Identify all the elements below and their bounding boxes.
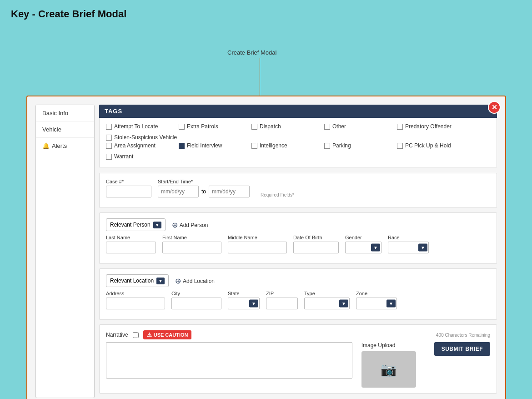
narrative-checkbox[interactable] [133,332,139,338]
zip-input[interactable] [266,298,298,309]
address-label: Address [106,291,165,296]
tag-attempt-to-locate[interactable]: Attempt To Locate [106,123,179,130]
first-name-input[interactable] [162,242,221,253]
last-name-group: Last Name [106,235,156,253]
sidebar-item-alerts[interactable]: 🔔 Alerts [36,138,94,154]
type-select[interactable] [304,298,350,309]
zone-label: Zone [356,291,397,296]
relevant-location-dropdown[interactable]: Relevant Location ▼ [106,274,169,287]
tag-pc-pick-up-hold[interactable]: PC Pick Up & Hold [397,142,470,149]
tags-header: TAGS [99,105,497,118]
add-person-button[interactable]: ⊕ Add Person [172,219,208,231]
submit-brief-button[interactable]: SUBMIT BRIEF [434,342,490,356]
submit-area: SUBMIT BRIEF [434,342,490,356]
case-time-section: Case #* Start/End Time* to Required Fiel… [99,173,497,208]
annotation-label: Create Brief Modal [227,49,276,56]
gender-group: Gender ▼ [345,235,381,253]
middle-name-group: Middle Name [228,235,287,253]
tag-checkbox-other[interactable] [324,124,330,130]
state-label: State [228,291,260,296]
start-time-input[interactable] [158,186,199,197]
middle-name-input[interactable] [228,242,287,253]
address-input[interactable] [106,298,165,309]
tag-checkbox-parking[interactable] [324,143,330,149]
use-caution-button[interactable]: ⚠ USE CAUTION [143,330,192,339]
tag-checkbox-pc-pick-up-hold[interactable] [397,143,403,149]
tag-predatory-offender[interactable]: Predatory Offender [397,123,470,130]
camera-icon: 📷 [381,362,396,377]
tags-section: TAGS Attempt To Locate Extra Patrols [99,105,497,167]
bell-icon: 🔔 [42,142,50,149]
state-select-wrap: ▼ [228,298,260,309]
image-upload-placeholder[interactable]: 📷 [361,351,416,388]
race-group: Race ▼ [388,235,429,253]
race-select[interactable] [388,242,429,253]
start-time-label: Start/End Time* [158,179,250,184]
tag-other[interactable]: Other [324,123,397,130]
city-group: City [171,291,221,309]
gender-select[interactable] [345,242,381,253]
image-upload-col: Image Upload 📷 [361,342,425,388]
caution-icon: ⚠ [147,332,152,338]
tag-extra-patrols[interactable]: Extra Patrols [179,123,251,130]
tag-checkbox-extra-patrols[interactable] [179,124,185,130]
narrative-textarea[interactable] [106,342,352,379]
type-label: Type [304,291,350,296]
case-number-label: Case #* [106,179,151,184]
type-group: Type ▼ [304,291,350,309]
tag-checkbox-field-interview[interactable] [179,143,185,149]
close-button[interactable]: ✕ [488,101,501,114]
type-select-wrap: ▼ [304,298,350,309]
annotation-line [260,58,260,96]
dob-input[interactable] [293,242,339,253]
tag-checkbox-area-assignment[interactable] [106,143,112,149]
end-time-input[interactable] [209,186,250,197]
first-name-label: First Name [162,235,221,240]
tag-field-interview[interactable]: Field Interview [179,142,251,149]
tag-warrant[interactable]: Warrant [106,153,179,160]
tag-stolen-suspicious-vehicle[interactable]: Stolen-Suspicious Vehicle [106,134,179,141]
tag-checkbox-attempt-to-locate[interactable] [106,124,112,130]
main-content: TAGS Attempt To Locate Extra Patrols [99,105,497,398]
tag-checkbox-dispatch[interactable] [251,124,257,130]
add-location-icon: ⊕ [175,278,181,285]
sidebar-item-basic-info[interactable]: Basic Info [36,105,94,121]
address-group: Address [106,291,165,309]
location-section: Relevant Location ▼ ⊕ Add Location Addre… [99,268,497,320]
city-label: City [171,291,221,296]
add-location-button[interactable]: ⊕ Add Location [175,275,215,287]
tag-dispatch[interactable]: Dispatch [251,123,324,130]
gender-label: Gender [345,235,381,240]
first-name-group: First Name [162,235,221,253]
gender-select-wrap: ▼ [345,242,381,253]
race-label: Race [388,235,429,240]
middle-name-label: Middle Name [228,235,287,240]
case-number-group: Case #* [106,179,151,197]
narrative-col [106,342,352,380]
tag-checkbox-stolen-suspicious-vehicle[interactable] [106,135,112,141]
dob-group: Date Of Birth [293,235,339,253]
tag-parking[interactable]: Parking [324,142,397,149]
sidebar-item-vehicle[interactable]: Vehicle [36,121,94,138]
case-number-input[interactable] [106,186,151,197]
zone-select[interactable] [356,298,397,309]
required-fields-note: Required Fields* [261,192,294,197]
relevant-person-dropdown[interactable]: Relevant Person ▼ [106,218,166,231]
tag-checkbox-intelligence[interactable] [251,143,257,149]
dob-label: Date Of Birth [293,235,339,240]
tag-intelligence[interactable]: Intelligence [251,142,324,149]
race-select-wrap: ▼ [388,242,429,253]
city-input[interactable] [171,298,221,309]
last-name-input[interactable] [106,242,156,253]
tag-checkbox-predatory-offender[interactable] [397,124,403,130]
person-section: Relevant Person ▼ ⊕ Add Person Last Name… [99,212,497,264]
dropdown-arrow-icon: ▼ [153,222,161,228]
page-title: Key - Create Brief Modal [0,0,532,25]
tag-checkbox-warrant[interactable] [106,154,112,160]
state-select[interactable] [228,298,260,309]
zone-group: Zone ▼ [356,291,397,309]
tag-area-assignment[interactable]: Area Assignment [106,142,179,149]
start-time-group: Start/End Time* to [158,179,250,197]
add-person-icon: ⊕ [172,222,178,229]
tags-body: Attempt To Locate Extra Patrols Dispatch [99,118,497,167]
